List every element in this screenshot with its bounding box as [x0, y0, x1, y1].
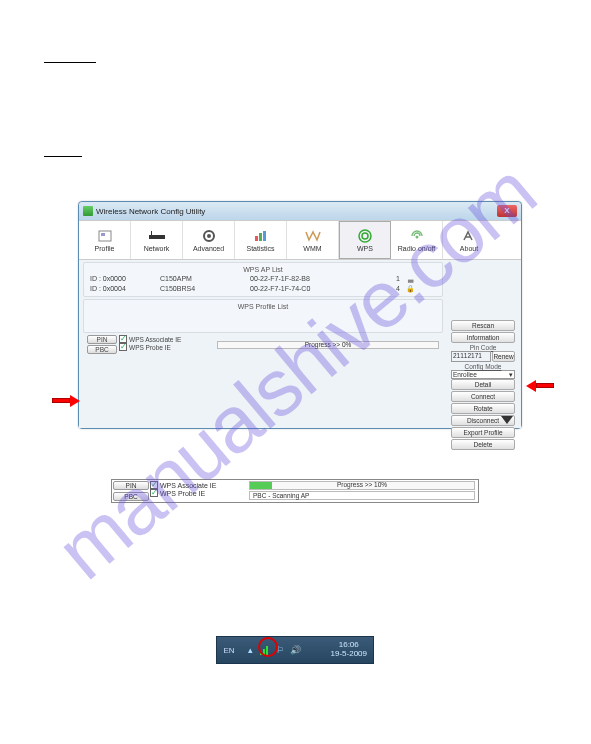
svg-rect-9: [263, 231, 266, 241]
wps-probe-label: WPS Probe IE: [129, 344, 171, 351]
lower-controls: PIN PBC WPS Associate IE WPS Probe IE Pr…: [83, 335, 443, 355]
clock[interactable]: 16:06 19-5-2009: [325, 641, 373, 659]
pin-button[interactable]: PIN: [87, 335, 117, 344]
wps-profile-list-panel: WPS Profile List: [83, 299, 443, 333]
status-text: PBC - Scanning AP: [249, 491, 475, 500]
profile-icon: [97, 229, 113, 243]
ap-id: ID : 0x0004: [90, 285, 160, 293]
chevron-down-icon: ▾: [509, 371, 513, 379]
ap-mac: 00-22-F7-1F-82-B8: [250, 275, 360, 283]
clock-date: 19-5-2009: [331, 650, 367, 659]
ap-name: C150APM: [160, 275, 250, 283]
renew-button[interactable]: Renew: [492, 351, 515, 362]
delete-button[interactable]: Delete: [451, 439, 515, 450]
svg-rect-7: [255, 236, 258, 241]
titlebar: Wireless Network Config Utility X: [79, 202, 521, 220]
pin-code-input[interactable]: 21112171: [451, 351, 491, 362]
svg-point-6: [207, 234, 211, 238]
connect-button[interactable]: Connect: [451, 391, 515, 402]
svg-rect-1: [101, 233, 105, 236]
pin-button-2[interactable]: PIN: [113, 481, 149, 490]
tab-wps[interactable]: WPS: [339, 221, 391, 259]
network-icon: [149, 229, 165, 243]
wps-ap-list-header: WPS AP List: [86, 265, 440, 274]
toolbar: Profile Network Advanced Statistics WMM: [79, 220, 521, 260]
config-utility-window: Wireless Network Config Utility X Profil…: [78, 201, 522, 429]
progress-fragment: PIN PBC WPS Associate IE WPS Probe IE Pr…: [111, 479, 479, 503]
ap-row[interactable]: ID : 0x0000 C150APM 00-22-F7-1F-82-B8 1 …: [86, 274, 440, 284]
wps-probe-label-2: WPS Probe IE: [160, 490, 205, 497]
information-button[interactable]: Information: [451, 332, 515, 343]
wps-associate-label-2: WPS Associate IE: [160, 482, 216, 489]
progress-label: Progress >> 0%: [218, 341, 438, 348]
progress-bar-2: Progress >> 10%: [249, 481, 475, 490]
pbc-button-2[interactable]: PBC: [113, 492, 149, 501]
wmm-icon: [305, 229, 321, 243]
wps-ap-list-panel: WPS AP List ID : 0x0000 C150APM 00-22-F7…: [83, 262, 443, 297]
content-area: WPS AP List ID : 0x0000 C150APM 00-22-F7…: [79, 260, 521, 428]
app-icon: [83, 206, 93, 216]
ap-row[interactable]: ID : 0x0004 C150BRS4 00-22-F7-1F-74-C0 4…: [86, 284, 440, 294]
callout-circle: [258, 637, 278, 657]
close-button[interactable]: X: [497, 205, 517, 217]
progress-bar: Progress >> 0%: [217, 341, 439, 349]
tab-profile[interactable]: Profile: [79, 221, 131, 259]
radio-icon: [409, 229, 425, 243]
ap-name: C150BRS4: [160, 285, 250, 293]
svg-point-10: [359, 230, 371, 242]
svg-point-12: [415, 235, 418, 238]
svg-rect-3: [151, 231, 152, 235]
tab-radio-label: Radio on/off: [398, 245, 436, 252]
ap-mac: 00-22-F7-1F-74-C0: [250, 285, 360, 293]
pin-code-label: Pin Code: [451, 344, 515, 351]
wps-profile-list-header: WPS Profile List: [86, 302, 440, 311]
rotate-button[interactable]: Rotate: [451, 403, 515, 414]
signal-bars-icon: ▃: [400, 275, 420, 283]
ap-id: ID : 0x0000: [90, 275, 160, 283]
language-indicator[interactable]: EN: [217, 646, 241, 655]
tab-statistics-label: Statistics: [246, 245, 274, 252]
tab-radio[interactable]: Radio on/off: [391, 221, 443, 259]
tab-advanced-label: Advanced: [193, 245, 224, 252]
callout-arrow-right: [524, 380, 554, 392]
about-icon: [461, 229, 477, 243]
config-mode-select[interactable]: Enrollee ▾: [451, 370, 515, 379]
wps-probe-checkbox-2[interactable]: [150, 489, 158, 497]
tab-network-label: Network: [144, 245, 170, 252]
callout-arrow-left: [52, 395, 82, 407]
pbc-button[interactable]: PBC: [87, 345, 117, 354]
svg-rect-2: [149, 235, 165, 239]
wps-icon: [357, 229, 373, 243]
wps-associate-label: WPS Associate IE: [129, 336, 181, 343]
progress-label-2: Progress >> 10%: [250, 481, 474, 488]
tab-wps-label: WPS: [357, 245, 373, 252]
chevron-up-icon[interactable]: ▴: [244, 644, 256, 656]
wps-probe-checkbox[interactable]: [119, 343, 127, 351]
ap-ch: 1: [360, 275, 400, 283]
lock-icon: 🔒: [400, 285, 420, 293]
tab-wmm[interactable]: WMM: [287, 221, 339, 259]
export-profile-button[interactable]: Export Profile: [451, 427, 515, 438]
svg-rect-8: [259, 233, 262, 241]
expand-toggle-icon[interactable]: [501, 416, 513, 424]
gear-icon: [201, 229, 217, 243]
rescan-button[interactable]: Rescan: [451, 320, 515, 331]
tab-advanced[interactable]: Advanced: [183, 221, 235, 259]
config-mode-label: Config Mode: [451, 363, 515, 370]
system-tray: EN ▴ ⚐ 🔊 16:06 19-5-2009: [216, 636, 374, 664]
tab-wmm-label: WMM: [303, 245, 321, 252]
detail-button[interactable]: Detail: [451, 379, 515, 390]
svg-point-11: [362, 233, 368, 239]
top-divider: [44, 62, 96, 63]
statistics-icon: [253, 229, 269, 243]
ap-ch: 4: [360, 285, 400, 293]
tab-about[interactable]: About: [443, 221, 495, 259]
tab-about-label: About: [460, 245, 478, 252]
speaker-icon[interactable]: 🔊: [289, 644, 301, 656]
side-buttons: Rescan Information Pin Code 21112171 Ren…: [451, 320, 515, 451]
window-title: Wireless Network Config Utility: [96, 207, 205, 216]
mid-divider: [44, 156, 82, 157]
tab-statistics[interactable]: Statistics: [235, 221, 287, 259]
tab-network[interactable]: Network: [131, 221, 183, 259]
tab-profile-label: Profile: [95, 245, 115, 252]
